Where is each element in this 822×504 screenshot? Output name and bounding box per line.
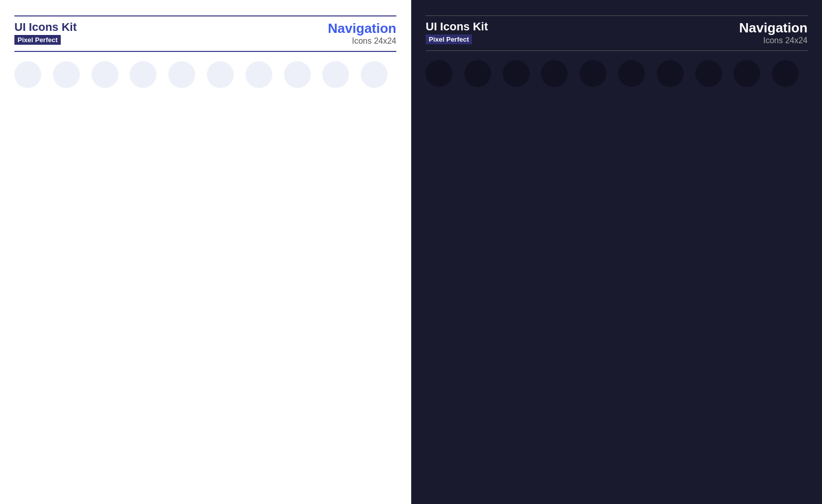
svg-point-70 xyxy=(216,250,219,253)
svg-point-52 xyxy=(27,244,29,246)
icon-turn-right xyxy=(207,61,234,88)
svg-point-144 xyxy=(137,461,149,473)
svg-line-170 xyxy=(554,164,555,167)
icon-turn-left xyxy=(168,61,195,88)
dark-icon-map xyxy=(733,366,760,392)
svg-point-68 xyxy=(178,251,180,254)
svg-line-264 xyxy=(435,419,443,427)
svg-rect-242 xyxy=(664,331,675,341)
svg-point-118 xyxy=(292,382,295,386)
icon-traffic-light xyxy=(14,236,41,262)
dark-icon-diag-ur xyxy=(695,60,722,87)
svg-line-27 xyxy=(219,163,221,167)
icon-camera xyxy=(361,322,388,349)
dark-icon-turn-right-up xyxy=(657,104,684,131)
dark-icon-location-1 xyxy=(426,366,452,392)
icon-globe-2 xyxy=(14,453,41,480)
icon-route xyxy=(284,366,311,393)
svg-marker-78 xyxy=(60,286,72,298)
svg-rect-162 xyxy=(439,159,445,166)
svg-point-271 xyxy=(669,423,671,426)
icon-curve-left xyxy=(322,61,349,88)
icon-car xyxy=(207,236,234,262)
svg-point-71 xyxy=(222,250,225,253)
dark-icon-curve-l xyxy=(733,60,760,87)
icon-globe xyxy=(361,410,388,437)
dark-icon-shopping-bag xyxy=(541,278,568,305)
icon-diagonal-ul xyxy=(246,61,272,88)
svg-rect-284 xyxy=(742,461,753,472)
icon-compass xyxy=(361,366,388,393)
svg-rect-100 xyxy=(215,331,226,342)
svg-rect-18 xyxy=(103,164,107,167)
icon-map xyxy=(322,366,349,393)
dark-icon-undo xyxy=(503,60,530,87)
light-brand-subtitle: Pixel Perfect xyxy=(14,35,61,45)
svg-point-256 xyxy=(703,382,707,385)
svg-point-212 xyxy=(594,250,597,253)
dark-icon-nav-arrow xyxy=(695,453,722,480)
dark-icon-compass-off xyxy=(426,409,452,436)
dark-icon-castle xyxy=(541,322,568,349)
dark-icon-globe xyxy=(772,409,799,436)
svg-line-41 xyxy=(261,208,264,211)
svg-marker-254 xyxy=(629,376,634,380)
svg-line-174 xyxy=(632,161,634,166)
svg-line-126 xyxy=(24,419,32,427)
svg-point-53 xyxy=(27,247,29,249)
icon-cafe xyxy=(168,148,195,175)
svg-rect-108 xyxy=(291,333,303,341)
dark-icon-helicopter xyxy=(541,235,568,262)
dark-icons-grid xyxy=(426,60,808,494)
svg-line-8 xyxy=(299,113,303,117)
icon-map-pin xyxy=(53,410,80,437)
svg-point-280 xyxy=(549,460,561,472)
svg-point-218 xyxy=(749,249,753,254)
dark-icon-route xyxy=(695,366,722,392)
dark-icon-pin xyxy=(503,191,530,218)
svg-point-54 xyxy=(27,250,29,253)
icon-diagonal-ur xyxy=(284,61,311,88)
dark-icon-bicycle xyxy=(733,235,760,262)
icon-airplane xyxy=(246,236,272,262)
icon-train xyxy=(92,236,118,262)
icon-nav-arrow xyxy=(284,453,311,480)
svg-point-19 xyxy=(139,156,147,165)
icon-walking xyxy=(246,148,272,175)
icon-hotel xyxy=(168,410,195,437)
dark-brand-title: UI Icons Kit xyxy=(426,20,488,33)
dark-icon-send xyxy=(772,191,799,218)
icon-building xyxy=(14,148,41,175)
svg-point-111 xyxy=(66,377,67,379)
icon-castle xyxy=(130,322,156,349)
svg-line-49 xyxy=(374,199,380,206)
svg-point-17 xyxy=(102,161,108,164)
icon-updown xyxy=(361,105,388,132)
svg-point-181 xyxy=(515,202,517,204)
icon-send xyxy=(361,192,388,219)
svg-point-140 xyxy=(65,465,67,468)
svg-point-73 xyxy=(300,249,303,253)
dark-icon-briefcase xyxy=(695,322,722,349)
icon-star xyxy=(53,279,80,305)
icon-shield xyxy=(168,279,195,305)
svg-point-214 xyxy=(634,250,636,253)
dark-icon-building xyxy=(426,148,452,174)
dark-icon-burger xyxy=(772,278,799,305)
icon-motorcycle xyxy=(284,236,311,262)
dark-icon-location-3 xyxy=(541,366,568,392)
icon-person xyxy=(207,148,234,175)
dark-icon-restaurant xyxy=(772,148,799,174)
svg-point-76 xyxy=(370,250,373,254)
svg-point-205 xyxy=(517,249,519,251)
dark-icon-location-person xyxy=(657,366,684,392)
svg-line-66 xyxy=(147,251,148,254)
dark-icon-location-alert xyxy=(580,366,606,392)
dark-icon-office xyxy=(580,322,606,349)
icon-child xyxy=(207,410,234,437)
dark-icon-beach xyxy=(733,148,760,174)
svg-point-277 xyxy=(510,460,522,472)
dark-icon-satellite xyxy=(464,453,491,480)
svg-rect-104 xyxy=(253,331,264,342)
svg-rect-13 xyxy=(27,160,33,167)
